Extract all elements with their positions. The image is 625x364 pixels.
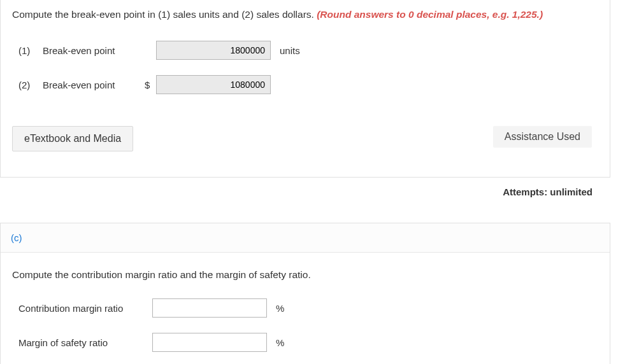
rounding-hint: (Round answers to 0 decimal places, e.g.…: [317, 9, 543, 20]
row-number-1: (1): [12, 45, 43, 56]
row-number-2: (2): [12, 80, 43, 90]
part-c-heading: (c): [1, 223, 610, 253]
currency-symbol: $: [145, 80, 156, 90]
units-label: units: [280, 45, 300, 56]
percent-label-1: %: [276, 303, 284, 314]
part-c-inputs: Contribution margin ratio % Margin of sa…: [1, 298, 610, 364]
question-prompt: Compute the break-even point in (1) sale…: [12, 0, 598, 34]
question-panel-c: (c) Compute the contribution margin rati…: [0, 223, 610, 364]
margin-safety-input[interactable]: [152, 333, 267, 352]
breakeven-units-row: (1) Break-even point units: [12, 41, 598, 60]
attempts-label: Attempts: unlimited: [0, 178, 610, 197]
percent-label-2: %: [276, 337, 284, 348]
assistance-used-badge[interactable]: Assistance Used: [493, 126, 592, 148]
margin-safety-row: Margin of safety ratio %: [12, 333, 598, 352]
breakeven-dollars-input[interactable]: [156, 75, 271, 94]
breakeven-units-input[interactable]: [156, 41, 271, 60]
contribution-margin-input[interactable]: [152, 298, 267, 318]
resources-bar: eTextbook and Media Assistance Used: [12, 126, 598, 151]
etextbook-media-button[interactable]: eTextbook and Media: [12, 126, 133, 151]
contribution-margin-label: Contribution margin ratio: [12, 303, 152, 314]
contribution-margin-row: Contribution margin ratio %: [12, 298, 598, 318]
question-panel-top: Compute the break-even point in (1) sale…: [0, 0, 610, 178]
row-label-1: Break-even point: [43, 45, 145, 56]
question-prefix: Compute the break-even point in (1) sale…: [12, 9, 317, 20]
part-c-question: Compute the contribution margin ratio an…: [1, 253, 610, 292]
breakeven-dollars-row: (2) Break-even point $: [12, 75, 598, 94]
row-label-2: Break-even point: [43, 80, 145, 90]
margin-safety-label: Margin of safety ratio: [12, 337, 152, 348]
